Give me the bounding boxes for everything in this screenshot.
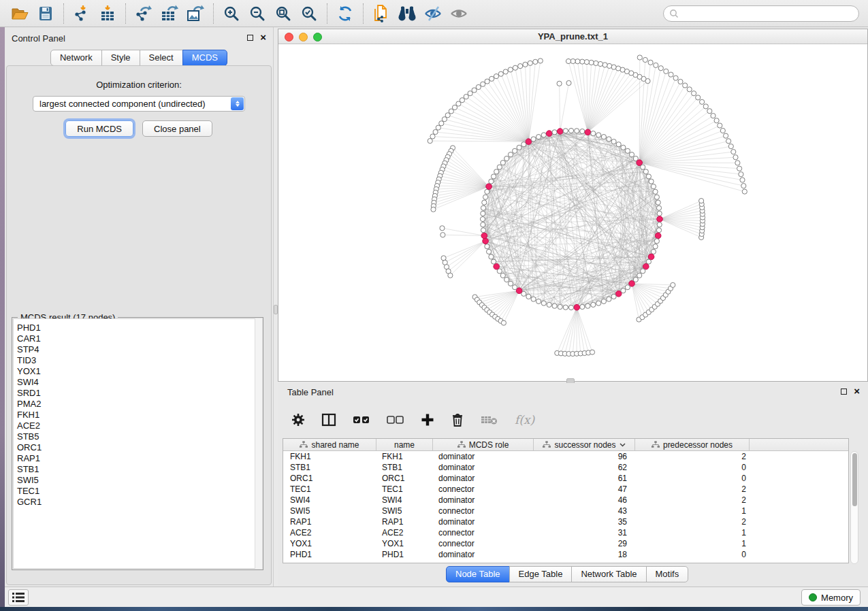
search-network-icon[interactable] [394,2,420,25]
network-graph[interactable] [278,44,867,381]
mcds-result-list[interactable]: PHD1CAR1STP4TID3YOX1SWI4SRD1PMA2FKH1ACE2… [13,318,262,569]
table-row[interactable]: YOX1YOX1connector291 [283,538,848,549]
mcds-result-item[interactable]: STB5 [17,431,260,442]
close-panel-button[interactable]: Close panel [142,120,212,137]
hide-graphics-details-icon[interactable] [420,2,446,25]
select-all-icon[interactable] [353,415,370,425]
table-cell: RAP1 [376,516,433,527]
deselect-all-icon[interactable] [387,415,404,425]
table-scrollbar-thumb[interactable] [852,453,857,506]
task-history-button[interactable] [8,589,29,606]
node-table-header: shared name name MCDS role successor nod… [283,439,848,451]
table-row[interactable]: STB1STB1dominator620 [283,462,848,473]
table-row[interactable]: PHD1PHD1dominator180 [283,549,848,560]
memory-button[interactable]: Memory [801,589,861,606]
toolbar-separator [363,3,364,24]
tab-select[interactable]: Select [140,50,183,66]
delete-column-icon[interactable] [451,412,464,427]
vertical-splitter[interactable] [273,27,278,587]
table-row[interactable]: ORC1ORC1dominator610 [283,473,848,484]
export-network-icon[interactable] [131,2,157,25]
network-canvas[interactable] [278,44,867,381]
mcds-result-item[interactable]: STP4 [17,344,260,355]
tab-network-table[interactable]: Network Table [571,566,646,582]
search-input[interactable] [679,7,858,20]
function-builder-icon[interactable]: f(x) [515,413,534,427]
tab-network[interactable]: Network [50,50,102,66]
search-box[interactable] [663,5,859,22]
table-row[interactable]: FKH1FKH1dominator962 [283,451,848,462]
float-panel-icon[interactable] [841,389,847,395]
tab-motifs[interactable]: Motifs [646,566,689,582]
network-window-titlebar[interactable]: YPA_prune.txt_1 [278,29,867,44]
table-cell: 0 [635,549,750,560]
tab-node-table[interactable]: Node Table [446,566,510,582]
close-panel-icon[interactable]: × [854,388,860,395]
table-scrollbar[interactable] [850,451,858,564]
window-minimize-icon[interactable] [299,33,308,42]
table-toolbar: f(x) [291,406,534,433]
tab-mcds[interactable]: MCDS [182,50,227,66]
import-table-icon[interactable] [95,2,120,25]
save-session-icon[interactable] [33,2,59,25]
mcds-list-scrollbar[interactable] [255,318,262,569]
refresh-icon[interactable] [332,2,358,25]
column-type-icon [652,441,660,448]
column-header-successor-nodes[interactable]: successor nodes [534,439,635,450]
table-row[interactable]: SWI4SWI4dominator462 [283,495,848,506]
show-graphics-details-icon[interactable] [446,2,472,25]
main-toolbar [0,0,868,27]
zoom-out-icon[interactable] [244,2,270,25]
table-cell: connector [433,484,534,495]
mcds-result-item[interactable]: RAP1 [17,453,260,464]
table-options-gear-icon[interactable] [291,413,305,427]
float-panel-icon[interactable] [247,35,253,41]
import-network-icon[interactable] [69,2,95,25]
criterion-select[interactable]: largest connected component (undirected) [33,96,245,112]
mcds-result-item[interactable]: ORC1 [17,442,260,453]
close-panel-icon[interactable]: × [260,34,266,41]
mcds-result-item[interactable]: GCR1 [17,497,260,508]
mcds-result-item[interactable]: PMA2 [17,399,260,410]
mcds-result-item[interactable]: YOX1 [17,366,260,377]
mcds-result-item[interactable]: TEC1 [17,486,260,497]
table-cell: SWI5 [376,506,433,516]
column-header-mcds-role[interactable]: MCDS role [433,439,534,450]
open-session-icon[interactable] [7,2,33,25]
table-row[interactable]: SWI5SWI5connector431 [283,506,848,516]
table-row[interactable]: RAP1RAP1dominator352 [283,516,848,527]
table-cell: 62 [534,462,635,473]
window-zoom-icon[interactable] [313,33,322,42]
zoom-in-icon[interactable] [219,2,244,25]
share-document-icon[interactable] [368,2,394,25]
tab-edge-table[interactable]: Edge Table [509,566,573,582]
export-table-icon[interactable] [157,2,182,25]
delete-table-icon[interactable] [481,414,498,425]
mcds-result-item[interactable]: SWI4 [17,377,260,388]
mcds-result-item[interactable]: FKH1 [17,410,260,420]
mcds-result-item[interactable]: STB1 [17,464,260,475]
add-column-icon[interactable] [421,413,434,427]
tab-style[interactable]: Style [101,50,140,66]
toolbar-separator [63,3,64,24]
column-header-name[interactable]: name [376,439,433,450]
zoom-selected-icon[interactable] [296,2,322,25]
mcds-result-item[interactable]: PHD1 [17,323,260,333]
export-image-icon[interactable] [182,2,208,25]
column-header-predecessor-nodes[interactable]: predecessor nodes [635,439,750,450]
table-cell: 43 [534,506,635,516]
mcds-result-item[interactable]: ACE2 [17,420,260,431]
window-close-icon[interactable] [285,33,293,42]
table-cell: 31 [534,527,635,538]
zoom-fit-icon[interactable] [270,2,296,25]
show-column-icon[interactable] [321,413,336,427]
table-row[interactable]: ACE2ACE2connector311 [283,527,848,538]
mcds-result-item[interactable]: SWI5 [17,475,260,486]
table-cell: ACE2 [283,527,376,538]
mcds-result-item[interactable]: TID3 [17,355,260,366]
mcds-result-item[interactable]: CAR1 [17,333,260,344]
mcds-result-item[interactable]: SRD1 [17,388,260,399]
column-header-shared-name[interactable]: shared name [283,439,376,450]
run-mcds-button[interactable]: Run MCDS [65,120,133,137]
table-row[interactable]: TEC1TEC1connector472 [283,484,848,495]
